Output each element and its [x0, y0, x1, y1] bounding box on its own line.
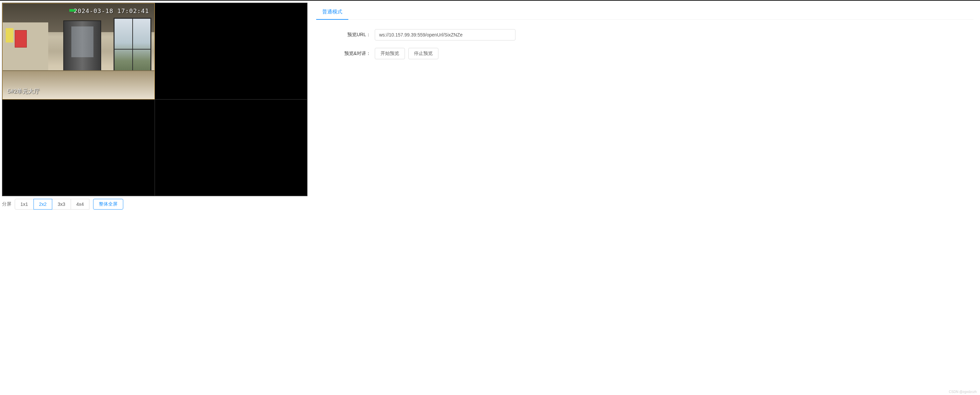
url-row: 预览URL： [316, 29, 973, 41]
preview-talk-label: 预览&对讲： [316, 51, 375, 57]
stop-preview-button[interactable]: 停止预览 [408, 48, 438, 59]
video-cell-2[interactable] [155, 3, 307, 100]
video-panel: 2024-03-18 17:02:41 5#2单元大厅 分屏 1x1 2x2 3… [0, 1, 309, 211]
url-label: 预览URL： [316, 32, 375, 38]
video-camera-label: 5#2单元大厅 [7, 87, 40, 95]
layout-3x3-button[interactable]: 3x3 [52, 199, 71, 209]
layout-controls: 分屏 1x1 2x2 3x3 4x4 整体全屏 [2, 199, 307, 209]
video-cell-3[interactable] [2, 100, 155, 196]
layout-4x4-button[interactable]: 4x4 [71, 199, 90, 209]
video-cell-4[interactable] [155, 100, 307, 196]
split-label: 分屏 [2, 201, 11, 207]
layout-2x2-button[interactable]: 2x2 [33, 199, 52, 209]
settings-panel: 普通模式 预览URL： 预览&对讲： 开始预览 停止预览 [309, 1, 980, 211]
tab-bar: 普通模式 [316, 5, 973, 20]
preview-url-input[interactable] [375, 29, 515, 41]
video-timestamp: 2024-03-18 17:02:41 [74, 7, 149, 14]
layout-1x1-button[interactable]: 1x1 [15, 199, 34, 209]
camera-feed [3, 3, 154, 99]
tab-normal-mode[interactable]: 普通模式 [316, 5, 348, 20]
preview-talk-row: 预览&对讲： 开始预览 停止预览 [316, 48, 973, 59]
start-preview-button[interactable]: 开始预览 [375, 48, 405, 59]
video-grid: 2024-03-18 17:02:41 5#2单元大厅 [2, 3, 307, 196]
video-cell-1[interactable]: 2024-03-18 17:02:41 5#2单元大厅 [2, 3, 155, 100]
fullscreen-button[interactable]: 整体全屏 [93, 199, 123, 209]
